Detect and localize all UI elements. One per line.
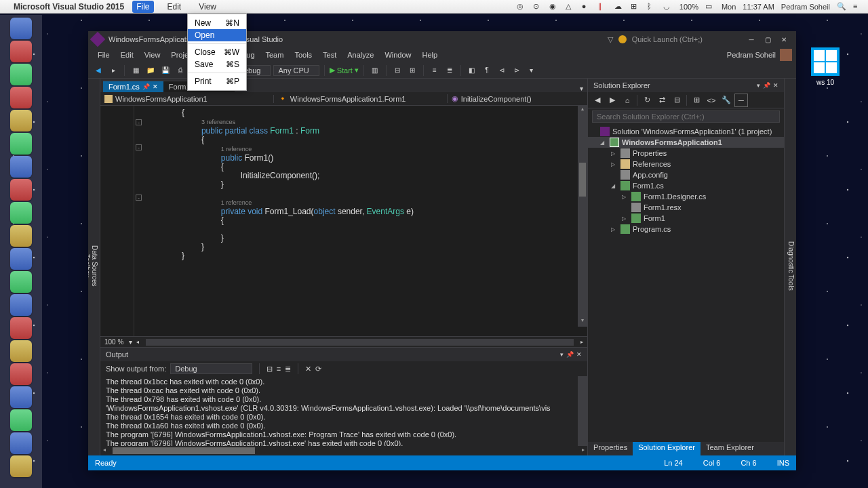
tray-icon[interactable]: ● [582,2,591,12]
sol-showall-button[interactable]: ⊞ [690,94,703,107]
dock-app-icon[interactable] [10,87,32,108]
file-menu-save[interactable]: Save⌘S [188,58,246,70]
solution-explorer-header[interactable]: Solution Explorer ▾ 📌 ✕ [588,79,784,92]
panel-pin-icon[interactable]: 📌 [763,82,770,89]
dock-app-icon[interactable] [10,455,32,477]
tray-icon[interactable]: ⊙ [533,2,542,12]
tray-icon[interactable]: ⊞ [631,2,640,12]
dropdown-arrow-icon[interactable]: ▾ [129,338,132,346]
minimize-button[interactable]: ─ [743,33,760,46]
sol-forward-button[interactable]: ▶ [606,94,619,107]
close-button[interactable]: ✕ [776,33,792,46]
fold-toggle[interactable]: - [136,119,142,125]
scrollbar-thumb[interactable] [113,447,255,454]
sol-refresh-button[interactable]: ↻ [640,94,654,107]
dock-app-icon[interactable] [10,294,32,316]
toolbar-button[interactable]: ⊞ [406,64,418,77]
dock-app-icon[interactable] [10,18,32,39]
tray-icon[interactable]: ◉ [549,2,559,12]
sol-sync-button[interactable]: ⇄ [655,94,669,107]
dock-app-icon[interactable] [10,271,32,293]
designer-node[interactable]: ▷Form1.Designer.cs [588,191,784,202]
filter-icon[interactable]: ▽ [608,35,613,44]
vs-menu-window[interactable]: Window [379,49,416,60]
back-button[interactable]: ◀ [92,64,104,77]
file-menu-print[interactable]: Print⌘P [188,75,246,87]
vs-menu-view[interactable]: View [139,49,166,60]
dock-app-icon[interactable] [10,225,32,247]
tabs-overflow[interactable]: ▾ [576,85,587,92]
dock-app-icon[interactable] [10,432,32,454]
zoom-level-dropdown[interactable]: 100 % [104,338,123,346]
output-tool-button[interactable]: ≣ [285,365,291,373]
dock-app-icon[interactable] [10,363,32,385]
solution-root-node[interactable]: Solution 'WindowsFormsApplication1' (1 p… [588,126,784,137]
sol-preview-button[interactable]: ─ [734,94,748,107]
form1cs-node[interactable]: ◢Form1.cs [588,180,784,191]
dock-app-icon[interactable] [10,133,32,155]
pin-icon[interactable]: 📌 [142,83,150,90]
dock-app-icon[interactable] [10,248,32,270]
notification-icon[interactable]: ≡ [853,2,863,12]
references-node[interactable]: ▷References [588,159,784,169]
mac-menu-file[interactable]: File [132,1,153,13]
user-avatar-icon[interactable] [780,49,792,61]
desktop-icon-windows10[interactable]: ws 10 [807,47,844,86]
output-source-dropdown[interactable]: Debug [170,363,252,374]
solution-search-input[interactable] [592,110,780,123]
appconfig-node[interactable]: App.config [588,169,784,180]
project-node[interactable]: ◢WindowsFormsApplication1 [588,137,784,148]
tab-team-explorer[interactable]: Team Explorer [701,442,760,455]
toolbar-button[interactable]: ◧ [466,64,478,77]
scroll-left-icon[interactable]: ◂ [103,447,106,453]
notification-badge-icon[interactable] [618,35,627,43]
tray-bluetooth-icon[interactable]: ᛒ [647,2,656,12]
platform-dropdown[interactable]: Any CPU [273,65,319,76]
panel-close-icon[interactable]: ✕ [576,351,582,358]
dock-app-icon[interactable] [10,317,32,339]
output-text[interactable]: The thread 0x1bcc has exited with code 0… [100,376,587,446]
panel-dropdown-icon[interactable]: ▾ [560,351,564,358]
tray-wifi-icon[interactable]: ◡ [663,2,673,12]
dock-app-icon[interactable] [10,41,32,62]
nav-namespace-dropdown[interactable]: WindowsFormsApplication1 [100,95,274,103]
quick-launch-input[interactable]: Quick Launch (Ctrl+;) [632,35,703,43]
start-debug-button[interactable]: ▶ Start ▾ [330,66,359,75]
tab-solution-explorer[interactable]: Solution Explorer [633,442,701,455]
file-menu-close[interactable]: Close⌘W [188,46,246,58]
vs-menu-analyze[interactable]: Analyze [342,49,379,60]
mac-menu-edit[interactable]: Edit [163,1,186,13]
vertical-scrollbar[interactable]: ▴ ▾ [578,106,587,327]
file-menu-new[interactable]: New⌘N [188,17,246,29]
side-tab-diagnostic-tools[interactable]: Diagnostic Tools [787,83,795,449]
nav-method-dropdown[interactable]: ◉InitializeComponent() [448,94,587,103]
code-text[interactable]: { 3 references public partial class Form… [134,106,587,336]
vs-menu-help[interactable]: Help [417,49,443,60]
toolbar-button[interactable]: ¶ [481,64,493,77]
scroll-left-icon[interactable]: ◂ [136,339,139,345]
program-node[interactable]: ▷Program.cs [588,224,784,235]
tray-pause-icon[interactable]: ∥ [598,2,608,12]
battery-icon[interactable]: ▭ [705,2,715,12]
tray-icon[interactable]: △ [566,2,575,12]
toolbar-button[interactable]: ≡ [429,64,441,77]
dock-app-icon[interactable] [10,179,32,201]
toolbar-overflow[interactable]: ▾ [526,64,538,77]
vs-menu-edit[interactable]: Edit [115,49,139,60]
form1-class-node[interactable]: ▷Form1 [588,213,784,224]
sol-properties-button[interactable]: 🔧 [719,94,733,107]
dock-app-icon[interactable] [10,340,32,362]
scroll-right-icon[interactable]: ▸ [580,339,583,345]
save-button[interactable]: 💾 [159,64,172,77]
output-wrap-button[interactable]: ⟳ [315,365,321,373]
output-tool-button[interactable]: ≡ [277,365,281,373]
panel-dropdown-icon[interactable]: ▾ [757,82,760,89]
vs-menu-test[interactable]: Test [317,49,342,60]
maximize-button[interactable]: ▢ [760,33,776,46]
tray-icon[interactable]: ☁ [614,2,624,12]
output-panel-header[interactable]: Output ▾ 📌 ✕ [100,348,587,361]
dock-app-icon[interactable] [10,64,32,85]
horizontal-scrollbar[interactable] [146,339,574,346]
resx-node[interactable]: Form1.resx [588,202,784,213]
toolbar-button[interactable]: ▥ [369,64,381,77]
